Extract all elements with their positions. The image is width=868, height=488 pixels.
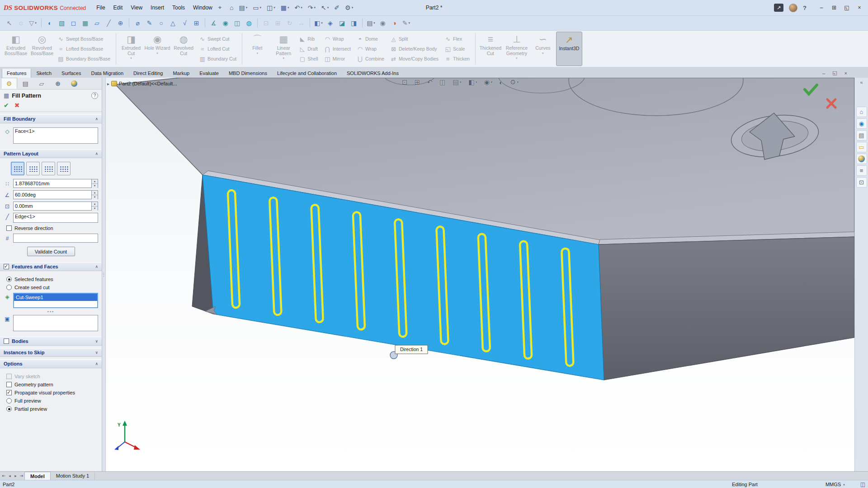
tab-surfaces[interactable]: Surfaces [57, 69, 86, 78]
home-icon[interactable]: ⌂ [228, 3, 235, 12]
geometric-tolerance-icon[interactable]: ⊞ [191, 18, 202, 28]
zoom-fit-icon[interactable]: ⊡ [260, 18, 272, 28]
menu-tools[interactable]: Tools [168, 5, 189, 11]
sensor-icon[interactable]: ◍ [243, 18, 255, 28]
appearance-target-icon[interactable]: ◑ [389, 18, 400, 28]
user-avatar[interactable] [789, 4, 797, 12]
ribbon-button-instant3d[interactable]: ↗Instant3D [556, 32, 582, 66]
bodies-header[interactable]: Bodies ∨ [0, 337, 102, 346]
display-style-icon[interactable]: ◧▾ [313, 18, 324, 28]
ribbon-button-linear-pattern[interactable]: ▦Linear Pattern▾ [270, 32, 297, 66]
doc-close-button[interactable]: × [844, 70, 847, 76]
smart-dimension-icon[interactable]: ⌀ [132, 18, 143, 28]
plane-icon[interactable]: ▱ [91, 18, 103, 28]
instances-to-skip-header[interactable]: Instances to Skip ∨ [0, 348, 102, 357]
task-pane-collapse-icon[interactable]: « [860, 80, 863, 85]
graphics-area[interactable]: Direction 1 Y ▸ [106, 78, 854, 471]
margin-input[interactable] [13, 202, 92, 211]
apply-scene-icon[interactable]: ▧ [56, 18, 67, 28]
section-properties-icon[interactable]: ◫ [231, 18, 243, 28]
tab-features[interactable]: Features [2, 69, 31, 78]
ribbon-button-dome[interactable]: ◓Dome [355, 34, 387, 44]
ribbon-button-boundary-cut[interactable]: ▥Boundary Cut [198, 54, 239, 64]
pattern-direction-box[interactable]: Edge<1> [13, 213, 98, 223]
collapse-chevron-icon[interactable]: ∧ [95, 361, 98, 366]
measure-icon[interactable]: ∡ [208, 18, 219, 28]
display-manager-tab[interactable] [66, 78, 82, 89]
redo-icon[interactable]: ↷▾ [307, 3, 317, 12]
ribbon-button-move-copy-bodies[interactable]: ⇄Move/Copy Bodies [389, 54, 441, 64]
first-tab-button[interactable]: ⇤ [1, 472, 7, 480]
tree-expand-arrow[interactable]: ▸ [107, 81, 109, 86]
ok-button[interactable]: ✔ [4, 102, 9, 109]
tab-lifecycle-and-collaboration[interactable]: Lifecycle and Collaboration [272, 69, 342, 78]
last-tab-button[interactable]: ⇥ [19, 472, 24, 480]
dimxpert-manager-tab[interactable]: ⊕ [50, 78, 66, 89]
pattern-layout-header[interactable]: Pattern Layout ∧ [0, 149, 102, 158]
ribbon-button-extruded-cut[interactable]: ◨Extruded Cut▾ [118, 32, 144, 66]
ribbon-button-scale[interactable]: ◱Scale [443, 44, 472, 54]
display-style-icon[interactable]: ◧▾ [468, 78, 477, 86]
spin-up-button[interactable]: ▲ [92, 191, 98, 195]
home-tab-icon[interactable]: ⌂ [856, 107, 867, 117]
panel-splitter[interactable]: ⋮ [102, 78, 106, 471]
pin-menu-icon[interactable]: ⌖ [218, 4, 222, 11]
balloon-icon[interactable]: ○ [156, 18, 167, 28]
zoom-area-icon[interactable]: ⊞ [415, 78, 420, 86]
tab-sketch[interactable]: Sketch [31, 69, 57, 78]
ribbon-button-draft[interactable]: ◺Draft [297, 44, 321, 54]
listbox-resize-grip[interactable]: ••• [4, 310, 98, 314]
tab-markup[interactable]: Markup [168, 69, 194, 78]
spin-down-button[interactable]: ▼ [92, 184, 98, 188]
faces-to-pattern-list[interactable] [13, 315, 98, 331]
shadows-icon[interactable]: ◪ [336, 18, 348, 28]
next-tab-button[interactable]: ▸ [13, 472, 19, 480]
ribbon-button-swept-boss-base[interactable]: ∿Swept Boss/Base [56, 34, 113, 44]
feature-tree-breadcrumb[interactable]: ▸ Part2 (Default)<<Default... [107, 81, 177, 86]
ribbon-button-boundary-boss-base[interactable]: ▤Boundary Boss/Base [56, 54, 113, 64]
layout-polygon-button[interactable] [57, 162, 71, 175]
view-orientation-icon[interactable]: ▤▾ [365, 18, 377, 28]
radio-partial-preview[interactable]: Partial preview [6, 406, 98, 412]
camera-icon[interactable]: ◉ [377, 18, 388, 28]
features-and-faces-checkbox[interactable] [4, 264, 9, 269]
ribbon-button-hole-wizard[interactable]: ◉Hole Wizard▾ [144, 32, 170, 66]
spin-up-button[interactable]: ▲ [92, 202, 98, 206]
lasso-select-icon[interactable]: ◌ [15, 18, 27, 28]
ribbon-button-thickened-cut[interactable]: ≡Thickened Cut [477, 32, 504, 66]
spin-down-button[interactable]: ▼ [92, 195, 98, 199]
edit-appearance-icon[interactable]: ◐ [499, 79, 503, 86]
annotation-visibility-icon[interactable]: ✎▾ [401, 18, 412, 28]
validate-count-button[interactable]: Validate Count [27, 247, 75, 256]
ribbon-button-delete-keep-body[interactable]: ⊠Delete/Keep Body [389, 44, 441, 54]
menu-window[interactable]: Window [189, 5, 217, 11]
menu-edit[interactable]: Edit [109, 5, 127, 11]
undo-icon[interactable]: ↶▾ [293, 3, 304, 12]
create-seed-cut-radio[interactable] [6, 285, 12, 290]
help-icon[interactable]: ? [803, 5, 807, 11]
close-button[interactable]: × [854, 5, 864, 11]
ribbon-button-flex[interactable]: ∿Flex [443, 34, 472, 44]
reverse-direction-checkbox[interactable] [6, 225, 12, 231]
surface-finish-icon[interactable]: √ [179, 18, 190, 28]
splitter-grip[interactable]: ⋮ [102, 272, 106, 277]
selected-feature-item[interactable]: Cut-Sweep1 [14, 294, 97, 301]
ribbon-button-revolved-cut[interactable]: ◍Revolved Cut [170, 32, 197, 66]
rotate-view-icon[interactable]: ↻ [284, 18, 295, 28]
property-manager-tab[interactable]: ⚙ [1, 78, 17, 89]
feature-manager-tab[interactable]: ▤ [17, 78, 33, 89]
view-settings-icon[interactable]: ⚙▾ [510, 78, 519, 86]
hide-show-icon[interactable]: ◉▾ [484, 78, 492, 86]
ribbon-button-reference-geometry[interactable]: ⊥Reference Geometry▾ [504, 32, 530, 66]
ribbon-button-rib[interactable]: ◣Rib [297, 34, 321, 44]
doc-minimize-button[interactable]: – [822, 70, 825, 76]
ribbon-button-revolved-boss-base[interactable]: ◎Revolved Boss/Base [29, 32, 55, 66]
hidden-lines-icon[interactable]: ◈ [325, 18, 336, 28]
menu-insert[interactable]: Insert [146, 5, 168, 11]
full-preview-radio[interactable] [6, 398, 12, 404]
zoom-area-icon[interactable]: ⊞ [272, 18, 283, 28]
vary-sketch-checkbox[interactable] [6, 374, 12, 379]
angle-input[interactable] [13, 190, 92, 199]
ribbon-button-wrap[interactable]: ◠Wrap [323, 34, 354, 44]
ribbon-button-lofted-cut[interactable]: ≈Lofted Cut [198, 44, 239, 54]
